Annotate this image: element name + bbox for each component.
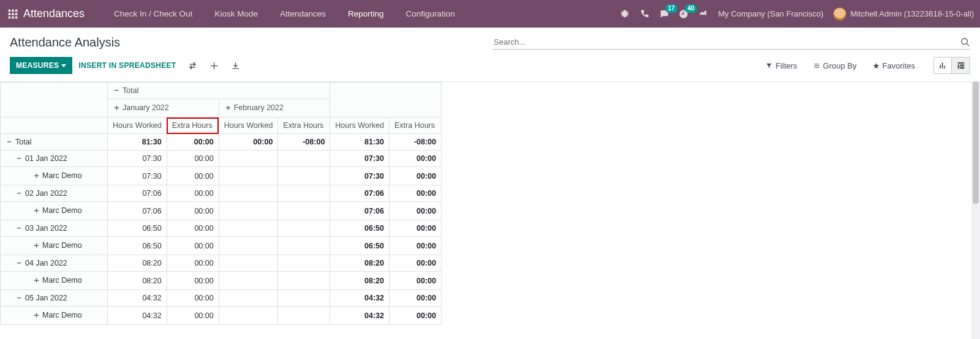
cell-value bbox=[219, 151, 278, 167]
row-header[interactable]: ＋Marc Demo bbox=[1, 272, 108, 290]
app-brand[interactable]: Attendances bbox=[23, 7, 85, 20]
expand-icon[interactable]: ＋ bbox=[32, 171, 40, 181]
view-pivot-button[interactable] bbox=[952, 57, 970, 74]
cell-value: 06:50 bbox=[108, 237, 167, 255]
main-menu: Check In / Check Out Kiosk Mode Attendan… bbox=[103, 9, 466, 18]
apps-icon[interactable] bbox=[7, 9, 18, 20]
cell-value: 00:00 bbox=[167, 134, 219, 151]
pivot-corner bbox=[1, 83, 108, 117]
cell-value: 08:20 bbox=[330, 272, 390, 290]
row-header[interactable]: −03 Jan 2022 bbox=[1, 220, 108, 237]
menu-checkin[interactable]: Check In / Check Out bbox=[103, 9, 203, 18]
row-header[interactable]: ＋Marc Demo bbox=[1, 167, 108, 185]
measures-label: MEASURES bbox=[16, 61, 59, 70]
row-label: 01 Jan 2022 bbox=[25, 154, 67, 163]
cell-value: 07:30 bbox=[108, 151, 167, 167]
col-month-feb[interactable]: ＋February 2022 bbox=[219, 99, 330, 117]
page-title: Attendance Analysis bbox=[10, 35, 120, 50]
search-wrap bbox=[492, 35, 970, 50]
cell-value: 04:32 bbox=[330, 290, 390, 307]
star-icon bbox=[873, 62, 880, 69]
table-row: ＋Marc Demo06:5000:0006:5000:00 bbox=[1, 237, 442, 255]
cell-value: 00:00 bbox=[390, 202, 442, 220]
debug-icon[interactable] bbox=[620, 9, 630, 19]
expand-all-icon[interactable] bbox=[209, 61, 219, 70]
activities-icon[interactable]: 40 bbox=[679, 9, 688, 19]
user-menu[interactable]: Mitchell Admin (13223618-15-0-all) bbox=[833, 7, 974, 21]
measures-button[interactable]: MEASURES bbox=[10, 57, 72, 74]
svg-rect-1 bbox=[12, 9, 14, 12]
svg-rect-7 bbox=[12, 16, 14, 18]
measure-jan-hw[interactable]: Hours Worked bbox=[108, 117, 167, 134]
col-month-jan[interactable]: ＋January 2022 bbox=[108, 99, 219, 117]
bar-chart-icon bbox=[938, 61, 947, 70]
table-row: −02 Jan 202207:0600:0007:0600:00 bbox=[1, 185, 442, 202]
row-header[interactable]: −05 Jan 2022 bbox=[1, 290, 108, 307]
row-header[interactable]: −01 Jan 2022 bbox=[1, 151, 108, 167]
filters-label: Filters bbox=[775, 61, 797, 70]
scrollbar-thumb[interactable] bbox=[973, 81, 979, 204]
flip-axis-icon[interactable] bbox=[188, 61, 197, 70]
row-header[interactable]: ＋Marc Demo bbox=[1, 237, 108, 255]
groupby-button[interactable]: Group By bbox=[813, 61, 857, 70]
row-label: Marc Demo bbox=[42, 171, 82, 180]
cell-value bbox=[278, 290, 330, 307]
view-graph-button[interactable] bbox=[933, 57, 952, 74]
control-row: MEASURES INSERT IN SPREADSHEET Filters G… bbox=[0, 52, 980, 82]
menu-attendances[interactable]: Attendances bbox=[269, 9, 337, 18]
messages-icon[interactable]: 17 bbox=[659, 9, 669, 19]
cell-value bbox=[219, 220, 278, 237]
collapse-icon[interactable]: − bbox=[15, 259, 23, 267]
row-header[interactable]: −04 Jan 2022 bbox=[1, 255, 108, 272]
col-total-header[interactable]: −Total bbox=[108, 83, 330, 99]
expand-icon[interactable]: ＋ bbox=[32, 206, 40, 216]
insert-spreadsheet-button[interactable]: INSERT IN SPREADSHEET bbox=[72, 57, 182, 74]
svg-rect-3 bbox=[9, 13, 11, 15]
search-icon[interactable] bbox=[960, 37, 970, 47]
favorites-button[interactable]: Favorites bbox=[873, 61, 915, 70]
messages-badge: 17 bbox=[665, 4, 677, 13]
table-row: −Total81:3000:0000:00-08:0081:30-08:00 bbox=[1, 134, 442, 151]
expand-icon[interactable]: ＋ bbox=[32, 275, 40, 286]
scrollbar[interactable] bbox=[971, 81, 980, 339]
expand-icon[interactable]: ＋ bbox=[32, 240, 40, 251]
measure-feb-hw[interactable]: Hours Worked bbox=[219, 117, 278, 134]
company-selector[interactable]: My Company (San Francisco) bbox=[718, 9, 823, 18]
row-header[interactable]: ＋Marc Demo bbox=[1, 307, 108, 325]
row-header[interactable]: ＋Marc Demo bbox=[1, 202, 108, 220]
phone-icon[interactable] bbox=[639, 9, 649, 19]
collapse-icon[interactable]: − bbox=[15, 154, 23, 163]
measure-jan-eh[interactable]: Extra Hours bbox=[167, 117, 219, 134]
row-label: Total bbox=[15, 138, 31, 146]
caret-down-icon bbox=[61, 64, 66, 67]
cell-value bbox=[278, 307, 330, 325]
expand-icon[interactable]: ＋ bbox=[32, 310, 40, 321]
measure-tot-eh[interactable]: Extra Hours bbox=[390, 117, 442, 134]
measure-feb-eh[interactable]: Extra Hours bbox=[278, 117, 330, 134]
cell-value: 08:20 bbox=[108, 255, 167, 272]
row-label: 03 Jan 2022 bbox=[25, 224, 67, 233]
tools-icon[interactable] bbox=[698, 9, 708, 19]
pivot-scroll[interactable]: −Total ＋January 2022 ＋February 2022 Hour… bbox=[0, 82, 442, 336]
row-header[interactable]: −02 Jan 2022 bbox=[1, 185, 108, 202]
menu-config[interactable]: Configuration bbox=[395, 9, 466, 18]
collapse-icon[interactable]: − bbox=[15, 294, 23, 302]
cell-value bbox=[278, 202, 330, 220]
collapse-icon[interactable]: − bbox=[6, 138, 13, 146]
collapse-icon[interactable]: − bbox=[15, 189, 23, 198]
collapse-icon[interactable]: − bbox=[15, 224, 23, 233]
cell-value: -08:00 bbox=[278, 134, 330, 151]
cell-value: 00:00 bbox=[167, 290, 219, 307]
menu-kiosk[interactable]: Kiosk Mode bbox=[203, 9, 269, 18]
groupby-label: Group By bbox=[823, 61, 857, 70]
cell-value: 81:30 bbox=[108, 134, 167, 151]
menu-reporting[interactable]: Reporting bbox=[337, 9, 395, 18]
download-icon[interactable] bbox=[231, 61, 240, 70]
measure-tot-hw[interactable]: Hours Worked bbox=[330, 117, 390, 134]
table-row: −04 Jan 202208:2000:0008:2000:00 bbox=[1, 255, 442, 272]
user-name: Mitchell Admin (13223618-15-0-all) bbox=[850, 9, 974, 18]
row-header[interactable]: −Total bbox=[1, 134, 108, 151]
search-input[interactable] bbox=[492, 35, 957, 49]
filters-button[interactable]: Filters bbox=[766, 61, 797, 70]
table-row: −01 Jan 202207:3000:0007:3000:00 bbox=[1, 151, 442, 167]
